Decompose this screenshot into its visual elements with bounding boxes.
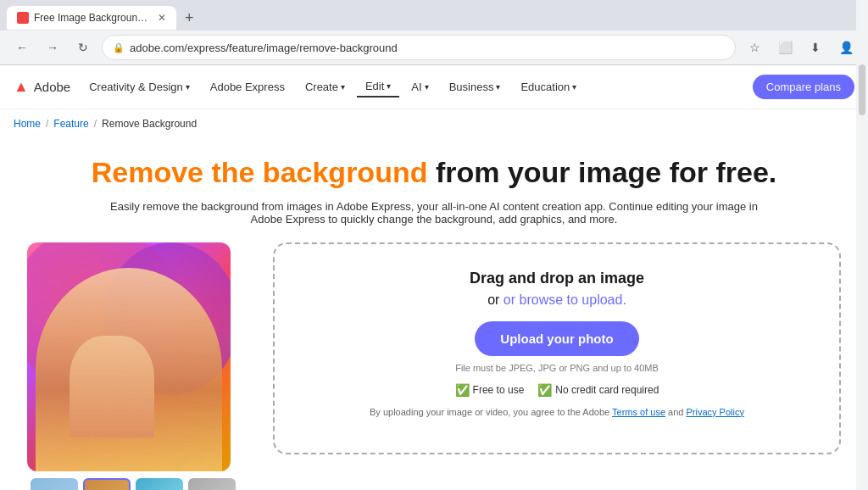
chevron-down-icon: ▾ [496,82,500,92]
upload-hint: File must be JPEG, JPG or PNG and up to … [455,363,659,373]
extensions-button[interactable]: ⬜ [773,36,797,59]
download-button[interactable]: ⬇ [804,36,827,59]
main-photo [27,242,231,471]
adobe-brand: Adobe [34,80,70,94]
breadcrumb-sep1: / [46,118,48,130]
upload-terms: By uploading your image or video, you ag… [370,407,744,417]
no-card-badge-label: No credit card required [555,384,659,396]
bottom-section: ☞ Drag and drop an image or or browse to… [14,242,854,490]
tab-bar: Free Image Background Remo... ✕ + [0,0,868,31]
lock-icon: 🔒 [113,42,125,53]
forward-button[interactable]: → [41,36,64,59]
tab-title: Free Image Background Remo... [34,12,153,24]
adobe-logo: ▲ Adobe [14,78,70,96]
headline-black: from your image for free. [427,156,776,188]
thumbnail-3[interactable] [136,478,183,490]
breadcrumb-home[interactable]: Home [14,118,41,130]
page-headline: Remove the background from your image fo… [14,155,854,190]
main-content: Remove the background from your image fo… [0,138,868,490]
chevron-down-icon: ▾ [572,82,576,92]
upload-panel[interactable]: Drag and drop an image or or browse to u… [273,242,841,454]
thumbnails-row: ☞ [27,478,248,490]
upload-button[interactable]: Upload your photo [475,321,638,356]
chevron-down-icon: ▾ [425,82,429,92]
nav-create[interactable]: Create ▾ [297,77,353,97]
address-bar[interactable]: 🔒 adobe.com/express/feature/image/remove… [102,35,736,60]
headline-colored: Remove the background [92,156,428,188]
site-wrapper: ▲ Adobe Creativity & Design ▾ Adobe Expr… [0,65,868,490]
nav-adobe-express[interactable]: Adobe Express [202,77,293,97]
breadcrumb-feature[interactable]: Feature [53,118,88,130]
new-tab-button[interactable]: + [180,8,199,29]
active-tab[interactable]: Free Image Background Remo... ✕ [7,6,176,30]
browse-link[interactable]: or browse to upload. [504,292,626,307]
tab-close-button[interactable]: ✕ [158,12,166,24]
refresh-button[interactable]: ↻ [71,36,95,59]
thumbnail-1[interactable] [31,478,78,490]
upload-badges: ✅ Free to use ✅ No credit card required [455,383,659,397]
subtext: Easily remove the background from images… [103,200,765,226]
tab-favicon [17,12,29,24]
nav-business[interactable]: Business ▾ [441,77,509,97]
address-text: adobe.com/express/feature/image/remove-b… [130,42,398,54]
browser-actions: ☆ ⬜ ⬇ 👤 [743,36,858,59]
nav-ai[interactable]: AI ▾ [403,77,437,97]
upload-browse-text: or or browse to upload. [487,292,626,308]
no-card-badge: ✅ No credit card required [537,383,659,397]
compare-plans-button[interactable]: Compare plans [753,75,854,99]
profile-button[interactable]: 👤 [834,36,858,59]
image-panel: ☞ [27,242,248,490]
chevron-down-icon: ▾ [186,82,190,92]
breadcrumb-current: Remove Background [102,118,197,130]
check-icon-2: ✅ [537,383,552,397]
upload-title: Drag and drop an image [470,270,644,287]
scrollbar-thumb[interactable] [859,64,865,115]
thumbnail-4[interactable] [188,478,236,490]
adobe-red-icon: ▲ [14,78,29,96]
terms-link[interactable]: Terms of use [612,407,665,417]
site-nav: ▲ Adobe Creativity & Design ▾ Adobe Expr… [0,65,868,109]
free-badge: ✅ Free to use [455,383,525,397]
bookmark-button[interactable]: ☆ [743,36,766,59]
check-icon-1: ✅ [455,383,470,397]
browser-chrome: Free Image Background Remo... ✕ + ← → ↻ … [0,0,868,65]
privacy-link[interactable]: Privacy Policy [686,407,743,417]
breadcrumb-sep2: / [94,118,97,130]
browser-controls: ← → ↻ 🔒 adobe.com/express/feature/image/… [0,31,868,64]
nav-education[interactable]: Education ▾ [512,77,585,97]
chevron-down-icon: ▾ [387,81,391,91]
chevron-down-icon: ▾ [341,82,345,92]
nav-creativity-design[interactable]: Creativity & Design ▾ [81,77,198,97]
breadcrumb: Home / Feature / Remove Background [0,109,868,138]
free-badge-label: Free to use [473,384,525,396]
back-button[interactable]: ← [10,36,34,59]
thumbnail-2[interactable]: ☞ [83,478,131,490]
nav-edit[interactable]: Edit ▾ [357,76,399,97]
scrollbar[interactable] [856,0,868,490]
